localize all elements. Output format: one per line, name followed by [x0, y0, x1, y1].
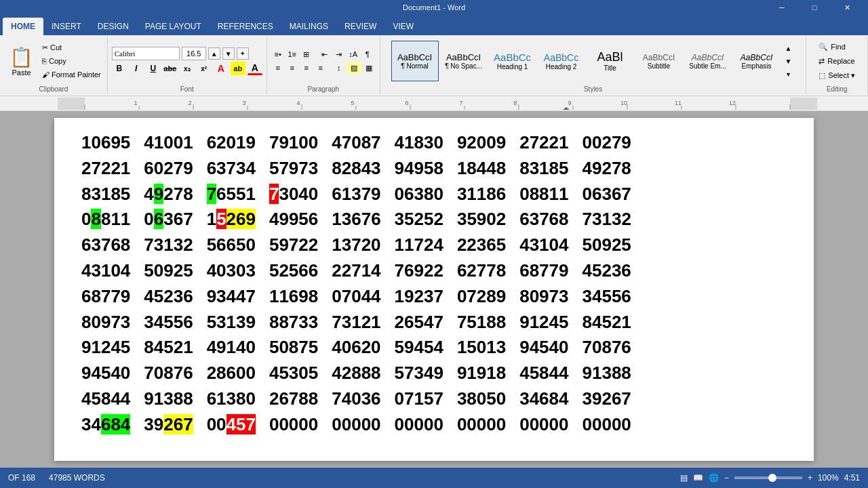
clock: 4:51 [844, 473, 860, 483]
close-button[interactable]: ✕ [831, 0, 863, 15]
subscript-button[interactable]: x₂ [180, 62, 195, 75]
line-spacing-button[interactable]: ↕ [332, 62, 346, 74]
document-container[interactable]: 10695 41001 62019 79100 47087 41830 9200… [0, 111, 868, 468]
font-size-decrease-button[interactable]: ▼ [222, 47, 235, 60]
italic-button[interactable]: I [129, 62, 144, 75]
font-size-input[interactable] [182, 47, 206, 60]
num-83185a: 83185 [519, 157, 568, 180]
style-normal[interactable]: AaBbCcI ¶ Normal [391, 41, 439, 81]
num-76922: 76922 [395, 260, 443, 283]
tab-references[interactable]: REFERENCES [210, 18, 281, 35]
font-size-increase-button[interactable]: ▲ [208, 47, 220, 60]
format-painter-label: Format Painter [52, 70, 101, 79]
num-10695: 10695 [81, 131, 130, 155]
replace-button[interactable]: ⇄ Replace [816, 56, 858, 67]
num-94958: 94958 [395, 157, 443, 180]
cut-button[interactable]: ✂ Cut [40, 43, 103, 53]
paste-button[interactable]: 📋 Paste [4, 43, 39, 79]
tab-view[interactable]: VIEW [384, 18, 422, 35]
tab-insert[interactable]: INSERT [43, 18, 90, 35]
tab-design[interactable]: DESIGN [90, 18, 137, 35]
num-45305: 45305 [269, 362, 318, 385]
multilevel-list-button[interactable]: ⊞ [300, 48, 313, 60]
find-label: Find [831, 43, 845, 51]
num-52566: 52566 [269, 260, 318, 283]
tab-review[interactable]: REVIEW [336, 18, 384, 35]
num-34684a: 34684 [519, 388, 568, 411]
zoom-slider[interactable] [734, 476, 802, 479]
tab-mailings[interactable]: MAILINGS [281, 18, 336, 35]
align-left-button[interactable]: ≡ [271, 62, 285, 74]
maximize-button[interactable]: □ [799, 0, 830, 15]
highlight-button[interactable]: ab [231, 62, 245, 75]
font-group: ▲ ▼ ✦ B I U abc x₂ x² A ab A Font [108, 37, 267, 94]
font-name-input[interactable] [112, 47, 180, 60]
style-h1-preview: AaBbCc [494, 52, 531, 63]
align-center-button[interactable]: ≡ [285, 62, 299, 74]
copy-button[interactable]: ⎘ Copy [40, 56, 103, 66]
select-button[interactable]: ⬚ Select ▾ [816, 70, 858, 81]
underline-button[interactable]: U [146, 62, 161, 75]
sort-button[interactable]: ↕A [347, 48, 360, 60]
num-47087: 47087 [332, 131, 380, 155]
num-91388a: 91388 [583, 362, 631, 385]
tab-home[interactable]: HOME [3, 18, 43, 35]
text-color-button[interactable]: A [214, 62, 229, 75]
style-emphasis[interactable]: AaBbCcI Emphasis [733, 41, 781, 81]
zoom-out-button[interactable]: − [724, 473, 729, 483]
styles-scroll-down[interactable]: ▼ [782, 55, 795, 67]
svg-rect-1 [58, 98, 85, 110]
styles-scroll-up[interactable]: ▲ [782, 42, 795, 54]
document-page[interactable]: 10695 41001 62019 79100 47087 41830 9200… [54, 118, 814, 461]
svg-text:9: 9 [568, 100, 571, 106]
num-39267b: 39267 [144, 413, 193, 436]
show-formatting-button[interactable]: ¶ [361, 48, 374, 60]
style-subtitle[interactable]: AaBbCcI Subtitle [635, 41, 683, 81]
clipboard-group: 📋 Paste ✂ Cut ⎘ Copy 🖌 Format Painter Cl… [0, 37, 108, 94]
shading-button[interactable]: ▨ [347, 62, 361, 74]
tab-page-layout[interactable]: PAGE LAYOUT [137, 18, 210, 35]
style-heading1[interactable]: AaBbCc Heading 1 [489, 41, 536, 81]
bold-button[interactable]: B [112, 62, 127, 75]
style-no-spacing[interactable]: AaBbCcI ¶ No Spac... [440, 41, 488, 81]
superscript-button[interactable]: x² [197, 62, 212, 75]
view-web-icon[interactable]: 🌐 [709, 473, 719, 483]
doc-line-1: 10695 41001 62019 79100 47087 41830 9200… [81, 131, 787, 155]
zoom-in-button[interactable]: + [808, 473, 812, 483]
numbering-button[interactable]: 1≡ [285, 48, 299, 60]
find-button[interactable]: 🔍 Find [816, 41, 858, 53]
increase-indent-button[interactable]: ⇥ [332, 48, 346, 60]
align-row: ≡ ≡ ≡ ≡ ↕ ▨ ▦ [271, 62, 376, 74]
styles-more[interactable]: ▾ [782, 68, 795, 80]
num-70876a: 70876 [583, 336, 631, 359]
styles-gallery: AaBbCcI ¶ Normal AaBbCcI ¶ No Spac... Aa… [391, 41, 795, 81]
style-title-preview: AaBl [597, 50, 623, 64]
style-subtle-em-label: Subtle Em... [689, 62, 726, 70]
align-right-button[interactable]: ≡ [300, 62, 313, 74]
sign-in-button[interactable]: Sign in [827, 20, 868, 35]
strikethrough-button[interactable]: abc [163, 62, 178, 75]
bullets-button[interactable]: ≡• [271, 48, 285, 60]
view-read-icon[interactable]: 📖 [693, 473, 703, 483]
view-print-icon[interactable]: ▤ [680, 473, 688, 483]
num-49278b: 49278 [144, 183, 193, 206]
clear-format-button[interactable]: ✦ [237, 47, 249, 60]
num-50875: 50875 [269, 336, 318, 359]
format-painter-button[interactable]: 🖌 Format Painter [40, 70, 103, 79]
num-06367a: 06367 [583, 183, 631, 206]
page-of-label: OF 168 [8, 473, 35, 483]
style-subtle-em[interactable]: AaBbCcI Subtle Em... [684, 41, 732, 81]
ruler-marks: 1 2 3 4 5 6 7 8 9 10 11 12 [58, 96, 817, 110]
style-title[interactable]: AaBl Title [587, 41, 634, 81]
border-button[interactable]: ▦ [362, 62, 376, 74]
minimize-button[interactable]: ─ [766, 0, 797, 15]
style-heading2[interactable]: AaBbCc Heading 2 [538, 41, 585, 81]
num-41001: 41001 [144, 131, 193, 155]
font-color-button[interactable]: A [248, 62, 262, 75]
justify-button[interactable]: ≡ [314, 62, 328, 74]
num-06367b: 06367 [144, 208, 193, 231]
ribbon: 📋 Paste ✂ Cut ⎘ Copy 🖌 Format Painter Cl… [0, 35, 868, 96]
style-h2-preview: AaBbCc [544, 52, 578, 63]
num-34684b: 34684 [81, 413, 130, 436]
decrease-indent-button[interactable]: ⇤ [318, 48, 332, 60]
